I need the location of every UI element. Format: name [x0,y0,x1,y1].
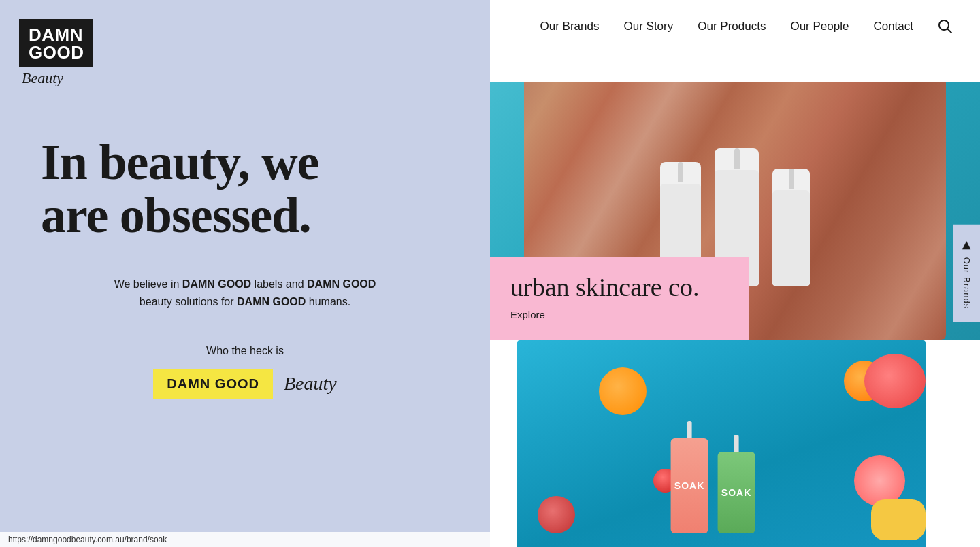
status-bar: https://damngoodbeauty.com.au/brand/soak [0,532,490,547]
left-panel: DAMN GOOD Beauty In beauty, we are obses… [0,0,490,547]
bold3: DAMN GOOD [237,296,306,308]
body-text: We believe in DAMN GOOD labels and DAMN … [41,276,449,310]
logo-good: GOOD [29,44,84,61]
brand-badge[interactable]: DAMN GOOD [153,369,273,399]
nav-bar: Our Brands Our Story Our Products Our Pe… [490,0,980,53]
bottle-3 [772,169,810,286]
fruit-yellow-blob [871,499,926,540]
headline-area: In beauty, we are obsessed. [41,136,449,242]
nav-contact[interactable]: Contact [873,20,913,33]
soak-bottle-short: SOAK [718,435,755,533]
side-tab-label: Our Brands [962,257,972,309]
nav-our-products[interactable]: Our Products [698,20,766,33]
soak-bottle-tall: SOAK [671,421,708,533]
body-line2-prefix: beauty solutions for [140,296,237,308]
brand-image-soak: SOAK SOAK [517,340,926,547]
soak-label-1: SOAK [674,480,704,491]
soak-body-short: SOAK [718,452,755,533]
bottle-pump-3 [789,169,794,189]
brand-name-urban: urban skincare co. [510,274,728,302]
brand-cta[interactable]: DAMN GOOD Beauty [153,369,336,399]
brand-beauty-label: Beauty [284,373,337,395]
status-url: https://damngoodbeauty.com.au/brand/soak [8,535,167,544]
bold1: DAMN GOOD [182,278,251,290]
logo-damn: DAMN [29,26,84,44]
soak-label-2: SOAK [721,487,751,498]
logo-area[interactable]: DAMN GOOD Beauty [19,19,93,87]
nav-our-brands[interactable]: Our Brands [540,20,600,33]
fruit-grapefruit [864,354,926,408]
side-tab-our-brands[interactable]: ◀ Our Brands [953,225,980,322]
side-tab-arrow-icon: ◀ [960,238,974,251]
cta-area: Who the heck is DAMN GOOD Beauty [41,345,449,399]
bottle-pump-1 [678,162,683,182]
soak-body-tall: SOAK [671,438,708,533]
bottle-pump-2 [734,148,740,169]
who-text: Who the heck is [206,345,284,357]
body-mid: labels and [251,278,307,290]
soak-bottles: SOAK SOAK [671,421,755,533]
explore-link-urban[interactable]: Explore [510,309,545,320]
main-headline: In beauty, we are obsessed. [41,136,449,242]
soak-pump-2 [734,435,739,452]
logo-box[interactable]: DAMN GOOD [19,19,93,67]
soak-pump-1 [687,421,692,438]
bold2: DAMN GOOD [307,278,376,290]
fruit-grapefruit-half [854,455,905,506]
brand-card-soak[interactable]: SOAK SOAK [517,340,926,547]
search-button[interactable] [938,19,953,34]
bottle-body-3 [772,190,810,286]
nav-our-story[interactable]: Our Story [624,20,674,33]
right-panel: Our Brands Our Story Our Products Our Pe… [490,0,980,547]
body-line2-suffix: humans. [306,296,350,308]
nav-our-people[interactable]: Our People [790,20,849,33]
svg-line-1 [948,29,952,33]
brand-info-overlay: urban skincare co. Explore [490,257,749,340]
logo-beauty: Beauty [19,69,63,87]
fruit-guava [538,496,575,533]
fruit-orange-1 [599,367,647,415]
body-prefix1: We believe in [114,278,182,290]
